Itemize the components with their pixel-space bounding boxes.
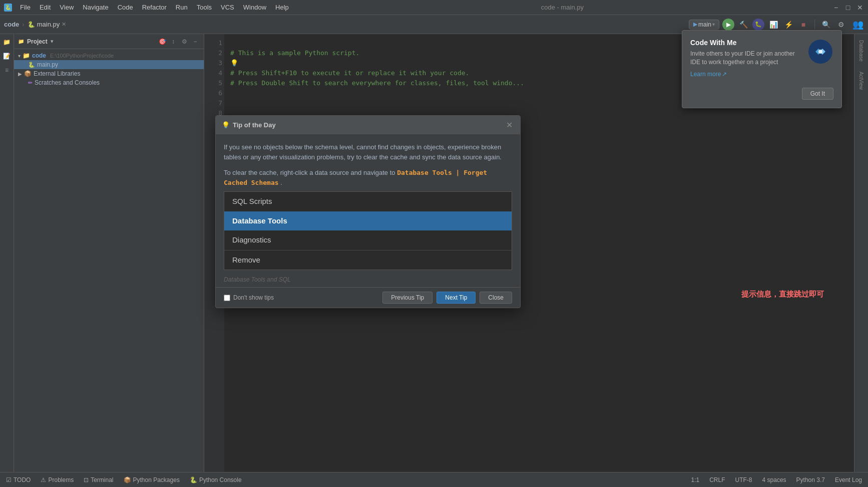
cursor-position[interactable]: 1:1 [689,475,702,484]
right-sidebar: Database ActView [854,34,868,472]
database-panel-label[interactable]: Database [856,36,866,66]
sidebar-project-icon[interactable]: 📁 [1,36,13,48]
dont-show-tips-input[interactable] [224,295,230,301]
tip-instruction-text: To clear the cache, right-click a data s… [224,168,512,187]
project-panel: 📁 Project ▾ 🎯 ↕ ⚙ − ▾ 📁 code E:\100Pytho… [14,34,204,472]
menu-tools[interactable]: Tools [193,3,216,12]
event-log[interactable]: Event Log [833,475,864,484]
menu-bar: File Edit View Navigate Code Refactor Ru… [16,3,293,12]
tip-main-text: If you see no objects below the schema l… [224,142,512,162]
problems-status-item[interactable]: ⚠ Problems [39,475,76,484]
python-version[interactable]: Python 3.7 [794,475,827,484]
minimize-button[interactable]: − [832,4,840,12]
cwm-learn-more-text: Learn more [690,71,721,78]
menu-refactor[interactable]: Refactor [138,3,171,12]
window-controls: − □ ✕ [832,4,864,12]
svg-point-1 [818,50,822,54]
tip-menu-item-sql-scripts[interactable]: SQL Scripts [224,192,512,211]
cwm-learn-more-icon: ↗ [722,71,727,78]
tip-instruction-prefix: To clear the cache, right-click a data s… [224,169,395,176]
menu-vcs[interactable]: VCS [217,3,238,12]
tree-expand-icon-ext: ▶ [18,71,22,77]
tip-dialog-title-text: Tip of the Day [233,121,276,129]
tip-dialog-buttons: Previous Tip Next Tip Close [382,292,512,304]
python-console-icon: 🐍 [190,476,197,483]
tree-item-scratches[interactable]: ✏ Scratches and Consoles [14,78,204,87]
file-tab[interactable]: 🐍 main.py ✕ [28,21,67,28]
cwm-button[interactable]: 👥 [852,19,864,31]
terminal-icon: ⊡ [84,476,89,483]
tree-label-code: code [32,52,46,59]
profile-button[interactable]: ⚡ [782,19,794,31]
cwm-learn-more-link[interactable]: Learn more ↗ [690,71,801,78]
run-button[interactable]: ▶ [722,19,734,31]
sidebar-icon-3[interactable]: ≡ [1,64,13,76]
tree-expand-icon: ▾ [18,53,21,59]
menu-run[interactable]: Run [172,3,192,12]
tree-item-code-root[interactable]: ▾ 📁 code E:\100PythonProject\code [14,51,204,60]
app-icon: 🐍 [4,4,12,12]
tip-menu-item-diagnostics[interactable]: Diagnostics [224,230,512,250]
cwm-icon [807,39,833,65]
tree-item-main-py[interactable]: 🐍 main.py [14,60,204,69]
stop-button[interactable]: ■ [797,19,809,31]
dont-show-tips-checkbox[interactable]: Don't show tips [224,294,274,301]
menu-window[interactable]: Window [239,3,270,12]
tip-menu-item-database-tools[interactable]: Database Tools [224,211,512,231]
locate-file-button[interactable]: 🎯 [158,37,167,46]
tip-of-the-day-dialog: 💡 Tip of the Day ✕ If you see no objects… [215,115,521,308]
python-console-status-item[interactable]: 🐍 Python Console [188,475,244,484]
terminal-status-item[interactable]: ⊡ Terminal [82,475,115,484]
menu-edit[interactable]: Edit [36,3,55,12]
tip-dialog-close-button[interactable]: ✕ [504,120,514,130]
todo-label: TODO [14,476,31,483]
title-bar-left: 🐍 File Edit View Navigate Code Refactor … [4,3,293,12]
run-config-dropdown-icon: ▾ [712,22,715,27]
code-line-2: 💡 [230,59,238,67]
menu-help[interactable]: Help [271,3,293,12]
previous-tip-button[interactable]: Previous Tip [382,292,432,304]
cwm-got-it-button[interactable]: Got It [802,88,833,100]
code-with-me-popup: Code With Me Invite others to your IDE o… [682,30,842,108]
todo-status-item[interactable]: ☑ TODO [4,475,33,484]
encoding[interactable]: UTF-8 [733,475,754,484]
problems-icon: ⚠ [41,476,46,483]
project-panel-toolbar: 🎯 ↕ ⚙ − [158,37,200,46]
close-tip-dialog-button[interactable]: Close [480,292,512,304]
run-config-selector[interactable]: ▶ main ▾ [689,20,719,30]
project-breadcrumb[interactable]: code [4,21,19,28]
coverage-button[interactable]: 📊 [767,19,779,31]
sidebar-commit-icon[interactable]: 📝 [1,50,13,62]
tip-menu-list: SQL Scripts Database Tools Diagnostics R… [224,191,512,270]
menu-view[interactable]: View [56,3,78,12]
maximize-button[interactable]: □ [844,4,852,12]
indent-info[interactable]: 4 spaces [760,475,788,484]
line-ending[interactable]: CRLF [707,475,727,484]
status-right-items: 1:1 CRLF UTF-8 4 spaces Python 3.7 Event… [689,475,864,484]
tree-label-main-py: main.py [37,61,58,68]
python-packages-status-item[interactable]: 📦 Python Packages [122,475,182,484]
tip-content: If you see no objects below the schema l… [216,134,520,270]
dont-show-tips-label: Don't show tips [233,294,274,301]
menu-file[interactable]: File [16,3,35,12]
project-panel-expand-icon[interactable]: ▾ [51,38,54,45]
menu-navigate[interactable]: Navigate [79,3,112,12]
cwm-content: Code With Me Invite others to your IDE o… [690,39,801,78]
tree-path-code: E:\100PythonProject\code [50,53,114,59]
debug-button[interactable]: 🐛 [752,19,764,31]
tab-close-button[interactable]: ✕ [62,21,66,28]
tip-menu-remove[interactable]: Remove [224,251,512,270]
file-tab-label: main.py [37,21,60,28]
tree-item-ext-libs[interactable]: ▶ 📦 External Libraries [14,69,204,78]
hide-panel-button[interactable]: − [191,37,200,46]
close-button[interactable]: ✕ [856,4,864,12]
settings-button[interactable]: ⚙ [835,19,847,31]
search-button[interactable]: 🔍 [820,19,832,31]
collapse-all-button[interactable]: ↕ [169,37,178,46]
actview-panel-label[interactable]: ActView [856,68,866,94]
next-tip-button[interactable]: Next Tip [437,292,476,304]
cwm-learn-more-container: Learn more ↗ [690,71,801,78]
panel-settings-button[interactable]: ⚙ [180,37,189,46]
build-button[interactable]: 🔨 [737,19,749,31]
menu-code[interactable]: Code [114,3,137,12]
